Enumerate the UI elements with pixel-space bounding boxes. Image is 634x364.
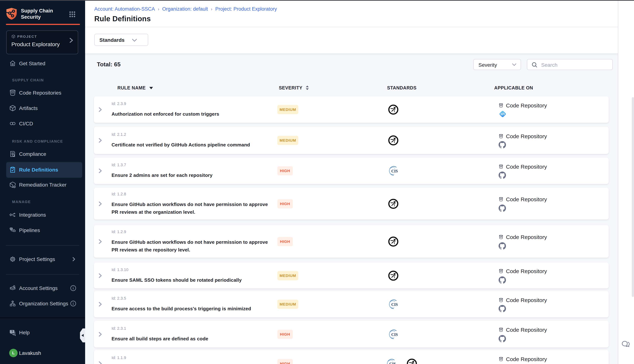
svg-text:?: ? (11, 330, 13, 333)
